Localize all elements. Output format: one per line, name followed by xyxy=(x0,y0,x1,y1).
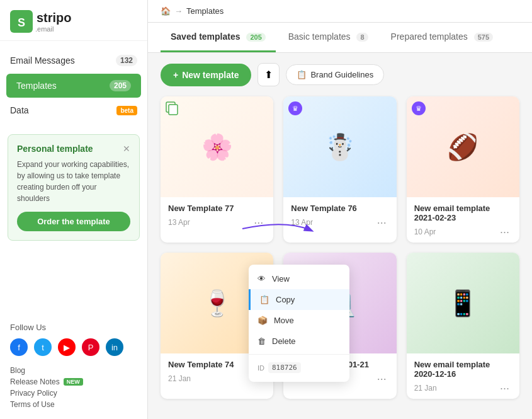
tab-basic-templates[interactable]: Basic templates 8 xyxy=(278,23,378,52)
sidebar-item-data[interactable]: Data beta xyxy=(0,99,147,122)
context-menu-copy[interactable]: 📋 Copy xyxy=(249,289,349,310)
youtube-icon[interactable]: ▶ xyxy=(58,338,76,356)
logo-area: S stripo .email xyxy=(0,0,147,41)
template-meta-6: 21 Jan ··· xyxy=(414,382,512,394)
order-template-button[interactable]: Order the template xyxy=(17,212,130,231)
template-meta-3: 10 Apr ··· xyxy=(414,226,512,238)
template-more-button-3[interactable]: ··· xyxy=(497,226,512,238)
logo-brand-name: stripo xyxy=(37,11,72,25)
tab-prepared-templates-count: 575 xyxy=(474,33,493,42)
twitter-icon[interactable]: t xyxy=(34,338,52,356)
crown-badge-3: ♛ xyxy=(412,101,426,115)
context-menu: 👁 View 📋 Copy 📦 Move 🗑 Delete ID 818726 xyxy=(249,265,349,382)
sidebar-item-templates[interactable]: Templates 205 xyxy=(6,74,141,98)
follow-section: Follow Us f t ▶ P in Blog Release Notes … xyxy=(0,313,147,419)
template-card-6: 📱 New email template 2020-12-16 21 Jan ·… xyxy=(407,253,519,399)
tabs-toolbar: Saved templates 205 Basic templates 8 Pr… xyxy=(148,23,532,53)
template-meta-1: 13 Apr ··· xyxy=(168,217,266,228)
sidebar-item-data-label: Data xyxy=(10,105,29,115)
logo-text: stripo .email xyxy=(37,11,72,33)
template-footer-6: New email template 2020-12-16 21 Jan ··· xyxy=(407,353,519,399)
sidebar-item-email-label: Email Messages xyxy=(10,55,75,66)
tab-saved-templates[interactable]: Saved templates 205 xyxy=(161,23,276,52)
personal-template-card-header: Personal template ✕ xyxy=(17,144,130,154)
template-footer-1: New Template 77 13 Apr ··· xyxy=(161,197,273,233)
facebook-icon[interactable]: f xyxy=(10,338,28,356)
action-bar: + New template ⬆ 📋 Brand Guidelines xyxy=(161,63,519,86)
footer-link-terms[interactable]: Terms of Use xyxy=(10,400,137,409)
breadcrumb-arrow: → xyxy=(174,6,183,16)
logo[interactable]: S stripo .email xyxy=(10,10,137,33)
template-more-button-6[interactable]: ··· xyxy=(497,382,512,394)
upload-icon-button[interactable]: ⬆ xyxy=(258,63,280,86)
new-badge: NEW xyxy=(64,378,83,386)
personal-template-body: Expand your working capabilities, by all… xyxy=(17,159,130,204)
context-menu-view-label: View xyxy=(272,274,290,284)
template-footer-2: New Template 76 13 Apr ··· xyxy=(283,197,396,233)
copy-badge-1 xyxy=(166,101,179,115)
move-icon: 📦 xyxy=(258,316,268,325)
template-date-2: 13 Apr xyxy=(291,218,313,227)
tab-basic-templates-count: 8 xyxy=(356,33,368,42)
tab-saved-templates-label: Saved templates xyxy=(171,32,241,42)
template-thumb-3: 🏈 ♛ xyxy=(407,96,519,197)
personal-template-title: Personal template xyxy=(17,144,93,154)
template-more-button-1[interactable]: ··· xyxy=(251,217,266,228)
template-more-button-5[interactable]: ··· xyxy=(375,373,389,384)
template-date-6: 21 Jan xyxy=(414,384,437,393)
footer-link-privacy-policy[interactable]: Privacy Policy xyxy=(10,389,137,398)
copy-icon xyxy=(166,101,179,115)
footer-link-blog[interactable]: Blog xyxy=(10,366,137,375)
linkedin-icon[interactable]: in xyxy=(106,338,123,356)
personal-template-card: Personal template ✕ Expand your working … xyxy=(8,134,140,241)
template-footer-3: New email template 2021-02-23 10 Apr ··· xyxy=(407,197,519,243)
template-card-1: 🌸 New Template 77 13 Apr ··· xyxy=(161,96,273,243)
tab-prepared-templates[interactable]: Prepared templates 575 xyxy=(381,23,503,52)
svg-rect-3 xyxy=(169,105,178,115)
template-date-3: 10 Apr xyxy=(414,227,436,236)
tab-prepared-templates-label: Prepared templates xyxy=(391,32,468,42)
follow-title: Follow Us xyxy=(10,323,137,332)
breadcrumb-current: Templates xyxy=(186,6,224,16)
svg-text:S: S xyxy=(18,16,25,29)
logo-brand-sub: .email xyxy=(35,25,72,33)
template-thumb-1: 🌸 xyxy=(161,96,273,197)
pinterest-icon[interactable]: P xyxy=(82,338,99,356)
template-name-3: New email template 2021-02-23 xyxy=(414,204,512,222)
new-template-button[interactable]: + New template xyxy=(161,64,251,86)
personal-template-close-button[interactable]: ✕ xyxy=(123,144,130,154)
template-more-button-2[interactable]: ··· xyxy=(375,217,389,228)
social-icons: f t ▶ P in xyxy=(10,338,137,356)
view-icon: 👁 xyxy=(258,274,266,284)
tab-basic-templates-label: Basic templates xyxy=(288,32,351,42)
context-menu-id: ID 818726 xyxy=(249,357,349,378)
template-thumb-6: 📱 xyxy=(407,253,519,353)
brand-guidelines-icon: 📋 xyxy=(297,70,307,79)
template-name-1: New Template 77 xyxy=(168,204,266,213)
sidebar-item-email-messages[interactable]: Email Messages 132 xyxy=(0,49,147,72)
template-date-1: 13 Apr xyxy=(168,218,190,227)
footer-link-release-notes[interactable]: Release Notes NEW xyxy=(10,377,137,386)
tab-saved-templates-count: 205 xyxy=(246,33,265,42)
sidebar-item-data-badge: beta xyxy=(116,106,137,115)
sidebar-item-templates-badge: 205 xyxy=(110,80,131,91)
sidebar: S stripo .email Email Messages 132 Templ… xyxy=(0,0,148,419)
context-menu-copy-label: Copy xyxy=(276,295,295,304)
brand-guidelines-button[interactable]: 📋 Brand Guidelines xyxy=(286,64,384,85)
context-menu-delete[interactable]: 🗑 Delete xyxy=(249,331,349,352)
template-card-2: ☃️ ♛ New Template 76 13 Apr ··· xyxy=(283,96,396,243)
template-date-4: 21 Jan xyxy=(168,374,191,383)
context-menu-view[interactable]: 👁 View xyxy=(249,268,349,289)
new-template-plus-icon: + xyxy=(173,70,178,80)
context-menu-move[interactable]: 📦 Move xyxy=(249,310,349,331)
sidebar-item-email-badge: 132 xyxy=(116,55,137,66)
brand-guidelines-label: Brand Guidelines xyxy=(310,70,373,79)
breadcrumb: 🏠 → Templates xyxy=(148,0,532,23)
template-name-2: New Template 76 xyxy=(291,204,388,213)
template-name-6: New email template 2020-12-16 xyxy=(414,360,512,379)
delete-icon: 🗑 xyxy=(258,336,266,346)
footer-links: Blog Release Notes NEW Privacy Policy Te… xyxy=(10,366,137,409)
breadcrumb-home[interactable]: 🏠 xyxy=(161,6,171,16)
template-thumb-2: ☃️ ♛ xyxy=(283,96,396,197)
context-menu-divider xyxy=(249,354,349,355)
